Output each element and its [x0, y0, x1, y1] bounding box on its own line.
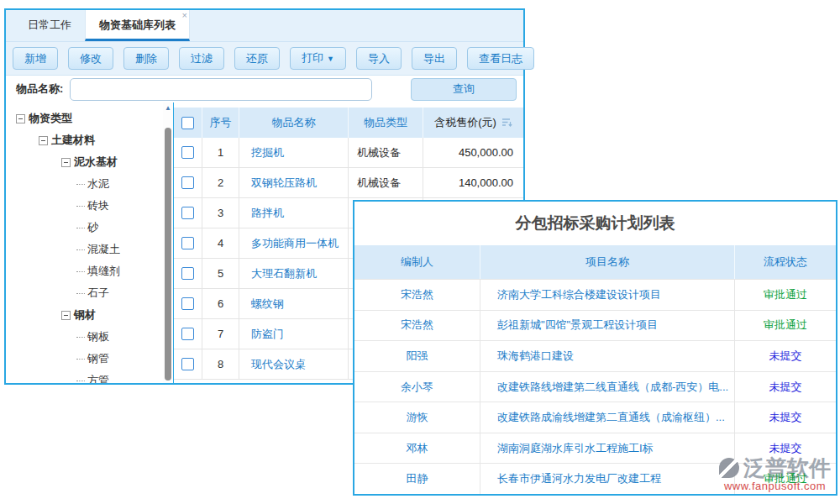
project-link[interactable]: 改建铁路线增建第二线直通线（成都-西安）电...: [497, 380, 728, 395]
tree-label: 钢管: [87, 351, 109, 366]
status-badge: 审批通过: [764, 318, 807, 333]
view-log-button[interactable]: 查看日志: [467, 47, 534, 70]
row-checkbox[interactable]: [181, 207, 194, 219]
collapse-icon[interactable]: [61, 311, 71, 320]
creator-link[interactable]: 宋浩然: [401, 318, 433, 333]
tree-branch-line: [76, 271, 85, 272]
tree-item-mud-water-base[interactable]: 泥水基材: [6, 151, 173, 173]
creator-link[interactable]: 田静: [407, 471, 428, 486]
tree-item-sand[interactable]: 砂: [6, 217, 173, 239]
creator-link[interactable]: 游恢: [407, 410, 428, 425]
item-link[interactable]: 双钢轮压路机: [251, 176, 317, 191]
creator-link[interactable]: 阳强: [407, 349, 428, 364]
subcontract-bid-plan-popup: 分包招标采购计划列表 编制人 项目名称 流程状态 宋浩然 济南大学工科综合楼建设…: [353, 200, 837, 496]
column-header-creator: 编制人: [354, 245, 480, 279]
row-checkbox[interactable]: [181, 176, 194, 189]
project-link[interactable]: 珠海鹤港口建设: [497, 349, 574, 364]
tab-bar: 日常工作 物资基础库列表 ×: [6, 10, 523, 42]
tree-item-brick[interactable]: 砖块: [6, 195, 173, 217]
popup-header-row: 编制人 项目名称 流程状态: [354, 245, 836, 279]
tree-item-steel-plate[interactable]: 钢板: [6, 326, 173, 348]
collapse-icon[interactable]: [61, 158, 71, 167]
filter-button[interactable]: 过滤: [179, 47, 224, 70]
toolbar: 新增 修改 删除 过滤 还原 打印▼ 导入 导出 查看日志: [6, 42, 523, 76]
tree-label: 钢板: [87, 329, 109, 344]
tree-label: 填缝剂: [87, 264, 120, 279]
column-header-status: 流程状态: [735, 245, 836, 279]
select-all-checkbox[interactable]: [181, 117, 194, 129]
creator-link[interactable]: 邓林: [407, 441, 428, 456]
popup-title: 分包招标采购计划列表: [354, 202, 836, 245]
creator-link[interactable]: 余小琴: [401, 380, 433, 395]
tree-item-gravel[interactable]: 石子: [6, 282, 173, 304]
item-link[interactable]: 螺纹钢: [251, 297, 284, 312]
item-link[interactable]: 防盗门: [251, 327, 284, 342]
edit-button[interactable]: 修改: [68, 47, 113, 70]
item-link[interactable]: 路拌机: [251, 206, 284, 221]
print-button[interactable]: 打印▼: [290, 47, 346, 70]
row-num: 8: [202, 349, 239, 379]
plan-row: 邓林 湖南洞庭湖水库引水工程施工I标 未提交: [354, 433, 836, 464]
export-button[interactable]: 导出: [412, 47, 457, 70]
item-type: 机械设备: [349, 168, 423, 197]
sort-desc-icon[interactable]: [501, 118, 512, 128]
plan-row: 宋浩然 彭祖新城"四馆"景观工程设计项目 审批通过: [354, 310, 836, 341]
scrollbar-thumb[interactable]: [165, 128, 171, 381]
project-link[interactable]: 彭祖新城"四馆"景观工程设计项目: [497, 318, 658, 333]
row-checkbox[interactable]: [181, 328, 194, 340]
status-badge: 未提交: [769, 349, 802, 364]
item-name-label: 物品名称:: [16, 81, 63, 97]
row-num: 3: [202, 198, 239, 228]
project-link[interactable]: 湖南洞庭湖水库引水工程施工I标: [497, 441, 654, 456]
tree-item-cement[interactable]: 水泥: [6, 173, 173, 195]
plan-row: 游恢 改建铁路成渝线增建第二直通线（成渝枢纽）... 未提交: [354, 402, 836, 433]
project-link[interactable]: 长春市伊通河水力发电厂改建工程: [497, 471, 661, 486]
creator-link[interactable]: 宋浩然: [401, 287, 433, 302]
close-icon[interactable]: ×: [182, 11, 187, 20]
row-checkbox[interactable]: [181, 146, 194, 159]
restore-button[interactable]: 还原: [234, 47, 280, 70]
tree-item-grout[interactable]: 填缝剂: [6, 260, 173, 282]
tree-branch-line: [76, 249, 85, 250]
table-row: 2 双钢轮压路机 机械设备 140,000.00: [174, 168, 523, 198]
item-link[interactable]: 现代会议桌: [251, 357, 306, 372]
item-price: 450,000.00: [423, 138, 523, 167]
tab-daily-work[interactable]: 日常工作: [14, 10, 85, 41]
tree-label: 方管: [87, 373, 109, 383]
scroll-up-icon[interactable]: ▲: [163, 102, 173, 114]
delete-button[interactable]: 删除: [123, 47, 169, 70]
row-checkbox[interactable]: [181, 237, 194, 249]
tree-item-concrete[interactable]: 混凝土: [6, 239, 173, 260]
item-link[interactable]: 挖掘机: [251, 145, 284, 160]
tree-item-civil-materials[interactable]: 土建材料: [6, 129, 173, 151]
tab-materials-library[interactable]: 物资基础库列表 ×: [85, 10, 190, 41]
item-price: 140,000.00: [423, 168, 523, 197]
tree-label: 土建材料: [51, 133, 95, 148]
add-button[interactable]: 新增: [13, 47, 58, 70]
row-checkbox[interactable]: [181, 267, 194, 280]
column-header-name: 物品名称: [239, 108, 349, 138]
query-button[interactable]: 查询: [411, 78, 517, 101]
item-link[interactable]: 大理石翻新机: [251, 266, 317, 281]
tree-label: 混凝土: [87, 242, 120, 257]
tree-item-material-type[interactable]: 物资类型: [6, 108, 173, 129]
popup-body: 宋浩然 济南大学工科综合楼建设设计项目 审批通过 宋浩然 彭祖新城"四馆"景观工…: [354, 279, 836, 494]
project-link[interactable]: 济南大学工科综合楼建设设计项目: [497, 287, 661, 302]
project-link[interactable]: 改建铁路成渝线增建第二直通线（成渝枢纽）...: [497, 410, 725, 425]
row-checkbox[interactable]: [181, 358, 194, 370]
collapse-icon[interactable]: [39, 136, 48, 145]
tree-branch-line: [76, 359, 85, 360]
tree-item-square-pipe[interactable]: 方管: [6, 370, 173, 383]
status-badge: 审批通过: [764, 471, 807, 486]
item-link[interactable]: 多功能商用一体机: [251, 236, 339, 251]
tree-item-steel[interactable]: 钢材: [6, 304, 173, 326]
tree-item-steel-pipe[interactable]: 钢管: [6, 348, 173, 370]
import-button[interactable]: 导入: [356, 47, 402, 70]
row-checkbox[interactable]: [181, 297, 194, 310]
column-header-price[interactable]: 含税售价(元): [423, 108, 523, 138]
item-name-input[interactable]: [70, 78, 372, 101]
tree-branch-line: [76, 184, 85, 185]
column-header-num: 序号: [202, 108, 239, 138]
status-badge: 未提交: [769, 441, 802, 456]
collapse-icon[interactable]: [16, 114, 25, 123]
